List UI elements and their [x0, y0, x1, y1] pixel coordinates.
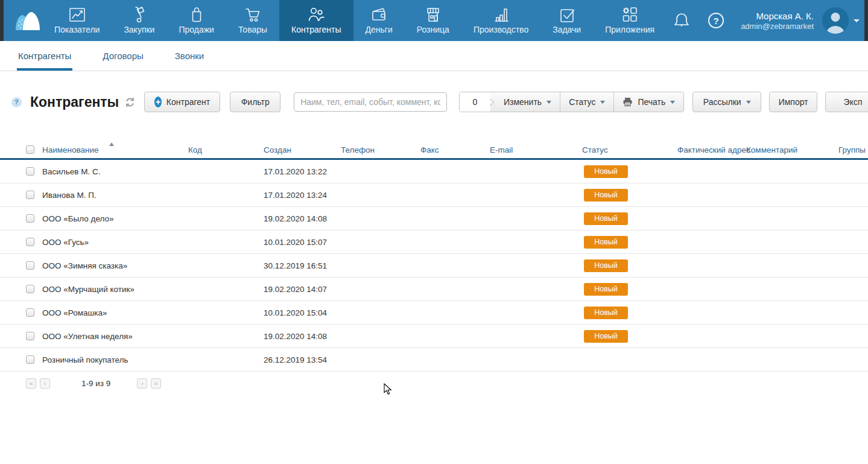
nav-label: Розница [417, 25, 449, 34]
column-header-email[interactable]: E-mail [490, 141, 513, 160]
page-prev-button[interactable]: ‹ [40, 378, 50, 389]
nav-item-sales[interactable]: Продажи [166, 0, 226, 41]
nav-item-tasks[interactable]: Задачи [540, 0, 593, 41]
counterparty-name[interactable]: ООО «Улетная неделя» [42, 325, 133, 348]
created-value: 17.01.2020 13:22 [264, 160, 327, 183]
counterparty-name[interactable]: ООО «Было дело» [42, 207, 114, 230]
printer-icon [622, 97, 633, 107]
row-checkbox[interactable] [26, 308, 34, 317]
task-check-icon [557, 5, 577, 24]
nav-item-retail[interactable]: Розница [405, 0, 461, 41]
question-icon[interactable]: ? [708, 13, 724, 28]
row-checkbox[interactable] [26, 285, 34, 293]
nav-item-production[interactable]: Производство [461, 0, 540, 41]
status-badge[interactable]: Новый [584, 283, 628, 296]
chevron-down-icon [746, 101, 751, 104]
column-header-comment[interactable]: Комментарий [746, 141, 797, 160]
counterparty-name[interactable]: ООО «Зимняя сказка» [42, 254, 127, 278]
page-next-button[interactable]: › [137, 378, 147, 389]
table-row[interactable]: ООО «Ромашка» 10.01.2020 15:04 Новый [0, 301, 868, 325]
select-all-checkbox[interactable] [26, 145, 34, 154]
column-header-fax[interactable]: Факс [420, 141, 439, 160]
nav-item-goods[interactable]: Товары [226, 0, 279, 41]
created-value: 26.12.2019 13:54 [264, 348, 327, 372]
column-header-phone[interactable]: Телефон [341, 141, 375, 160]
status-badge[interactable]: Новый [584, 259, 628, 272]
counterparty-name[interactable]: ООО «Мурчащий котик» [42, 278, 135, 301]
print-dropdown[interactable]: Печать [613, 92, 683, 112]
mailings-dropdown[interactable]: Рассылки [692, 92, 761, 112]
status-badge[interactable]: Новый [584, 189, 628, 202]
nav-item-apps[interactable]: Приложения [593, 0, 667, 41]
import-button[interactable]: Импорт [769, 92, 817, 112]
table-row[interactable]: ООО «Было дело» 19.02.2020 14:08 Новый [0, 207, 868, 230]
table-row[interactable]: Розничный покупатель 26.12.2019 13:54 [0, 348, 868, 372]
export-button[interactable]: Эксп [825, 92, 868, 112]
topbar-right-cluster: ? Морская А. К. admin@zebramarket [673, 0, 860, 41]
nav-item-indicators[interactable]: Показатели [42, 0, 112, 41]
user-menu[interactable]: Морская А. К. admin@zebramarket [741, 11, 814, 31]
status-badge[interactable]: Новый [584, 212, 628, 225]
status-badge[interactable]: Новый [584, 165, 628, 178]
app-window: Показатели Закупки Продажи Товары [0, 0, 868, 464]
row-checkbox[interactable] [26, 355, 34, 364]
bar-chart-icon [492, 5, 511, 24]
table-row[interactable]: ООО «Гусь» 10.01.2020 15:07 Новый [0, 230, 868, 254]
table-row[interactable]: ООО «Зимняя сказка» 30.12.2019 16:51 Нов… [0, 254, 868, 278]
table-row[interactable]: ООО «Мурчащий котик» 19.02.2020 14:07 Но… [0, 278, 868, 301]
tab-counterparties[interactable]: Контрагенты [17, 41, 72, 71]
created-value: 10.01.2020 15:04 [264, 301, 327, 325]
pagination: « ‹ 1-9 из 9 › » [0, 372, 868, 395]
filter-button[interactable]: Фильтр [230, 92, 280, 112]
bell-icon[interactable] [673, 11, 690, 30]
status-badge[interactable]: Новый [584, 236, 628, 249]
row-checkbox[interactable] [26, 238, 34, 246]
nav-item-money[interactable]: Деньги [353, 0, 405, 41]
column-header-address[interactable]: Фактический адрес [677, 141, 750, 160]
counterparty-name[interactable]: ООО «Гусь» [42, 230, 89, 254]
counterparty-name[interactable]: Иванова М. П. [42, 183, 97, 207]
counterparty-name[interactable]: Васильев М. С. [42, 160, 100, 183]
search-input[interactable] [294, 92, 447, 112]
column-header-created[interactable]: Создан [264, 141, 291, 160]
avatar[interactable] [822, 7, 849, 34]
shopping-bag-icon [187, 5, 206, 24]
table-row[interactable]: ООО «Улетная неделя» 19.02.2020 14:08 Но… [0, 325, 868, 348]
status-dropdown[interactable]: Статус [560, 92, 613, 112]
nav-item-counterparties[interactable]: Контрагенты [279, 0, 353, 41]
column-header-status[interactable]: Статус [582, 141, 608, 160]
hand-truck-icon [130, 5, 149, 24]
table-row[interactable]: Иванова М. П. 17.01.2020 13:24 Новый [0, 183, 868, 207]
status-badge[interactable]: Новый [584, 307, 628, 319]
add-counterparty-button[interactable]: + Контрагент [144, 92, 220, 112]
row-checkbox[interactable] [26, 214, 34, 223]
tab-calls[interactable]: Звонки [174, 41, 205, 71]
nav-label: Товары [238, 25, 267, 34]
page-help-icon[interactable]: ? [11, 97, 22, 107]
counterparty-name[interactable]: Розничный покупатель [42, 348, 128, 372]
row-checkbox[interactable] [26, 167, 34, 176]
refresh-icon[interactable] [125, 97, 135, 107]
people-icon [306, 5, 326, 24]
page-first-button[interactable]: « [26, 378, 36, 389]
section-tabs: Контрагенты Договоры Звонки [0, 41, 868, 71]
row-checkbox[interactable] [26, 332, 34, 340]
column-header-groups[interactable]: Группы [838, 141, 866, 160]
chevron-down-icon[interactable] [854, 19, 860, 22]
status-badge[interactable]: Новый [584, 330, 628, 343]
edit-dropdown[interactable]: Изменить [495, 92, 560, 112]
row-checkbox[interactable] [26, 191, 34, 199]
moysklad-logo[interactable] [13, 7, 42, 35]
row-checkbox[interactable] [26, 261, 34, 270]
window-edge-right [864, 0, 868, 41]
page-last-button[interactable]: » [151, 378, 161, 389]
counterparty-name[interactable]: ООО «Ромашка» [42, 301, 107, 325]
column-header-code[interactable]: Код [188, 141, 202, 160]
table-row[interactable]: Васильев М. С. 17.01.2020 13:22 Новый [0, 160, 868, 183]
chevron-down-icon [546, 101, 551, 104]
tab-contracts[interactable]: Договоры [101, 41, 144, 71]
nav-item-purchases[interactable]: Закупки [112, 0, 166, 41]
status-label: Статус [569, 97, 595, 107]
column-header-name[interactable]: Наименование [42, 141, 99, 160]
print-label: Печать [638, 97, 665, 107]
